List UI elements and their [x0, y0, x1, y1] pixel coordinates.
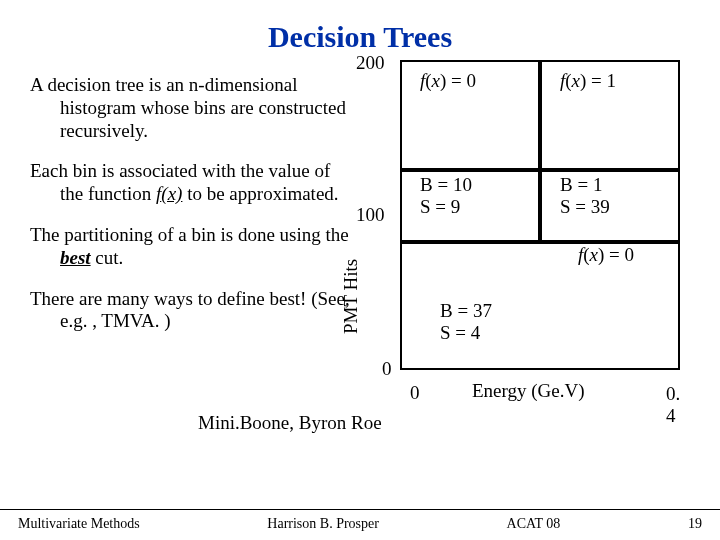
cell-bot-b: B = 37	[440, 300, 492, 322]
p3-mid: done using the	[238, 224, 349, 245]
cell-mr-s: S = 39	[560, 196, 678, 218]
y-tick-200: 200	[356, 52, 385, 74]
cell-mid-right: B = 1 S = 39	[540, 170, 680, 242]
footer-center: Harrison B. Prosper	[267, 516, 379, 532]
paragraph-1: A decision tree is an n-dimensional hist…	[30, 74, 350, 142]
y-tick-100: 100	[356, 204, 385, 226]
cell-mr-b: B = 1	[560, 174, 678, 196]
slide-body: A decision tree is an n-dimensional hist…	[0, 54, 720, 333]
p3-lead: The partitioning of a bin is	[30, 224, 238, 245]
cell-tr-eq: (x) = 1	[565, 70, 616, 91]
paragraph-4: There are many ways to define best! (See…	[30, 288, 350, 334]
x-tick-04: 0. 4	[666, 383, 686, 427]
cell-bottom: B = 37 S = 4	[400, 242, 680, 370]
cell-top-left: f(x) = 0	[400, 60, 540, 170]
x-axis-label: Energy (Ge.V)	[472, 380, 585, 402]
fx-tail: (x)	[161, 183, 182, 204]
slide-title: Decision Trees	[0, 0, 720, 54]
y-axis-label: PMT Hits	[340, 259, 362, 334]
y-tick-0: 0	[382, 358, 392, 380]
slide-footer: Multivariate Methods Harrison B. Prosper…	[0, 516, 720, 532]
best-word: best	[60, 247, 91, 268]
cell-bot-s: S = 4	[440, 322, 492, 344]
cell-ml-s: S = 9	[420, 196, 538, 218]
chart-grid: f(x) = 0 f(x) = 1 B = 10 S = 9 B = 1 S =…	[400, 60, 680, 370]
footer-divider	[0, 509, 720, 510]
x-tick-0: 0	[410, 382, 420, 404]
footer-page: 19	[688, 516, 702, 532]
p2-rest: to be approximated.	[182, 183, 338, 204]
cell-tl-eq: (x) = 0	[425, 70, 476, 91]
paragraph-2: Each bin is associated with the value of…	[30, 160, 350, 206]
chart-credit: Mini.Boone, Byron Roe	[198, 412, 382, 434]
text-column: A decision tree is an n-dimensional hist…	[30, 74, 350, 333]
cell-mid-left: B = 10 S = 9	[400, 170, 540, 242]
footer-left: Multivariate Methods	[18, 516, 140, 532]
p2-lead: Each bin is associated with the	[30, 160, 269, 181]
p1-lead: A decision tree is an	[30, 74, 184, 95]
footer-right: ACAT 08	[507, 516, 561, 532]
p3-rest: cut.	[91, 247, 124, 268]
cell-top-right: f(x) = 1	[540, 60, 680, 170]
paragraph-3: The partitioning of a bin is done using …	[30, 224, 350, 270]
cell-ml-b: B = 10	[420, 174, 538, 196]
